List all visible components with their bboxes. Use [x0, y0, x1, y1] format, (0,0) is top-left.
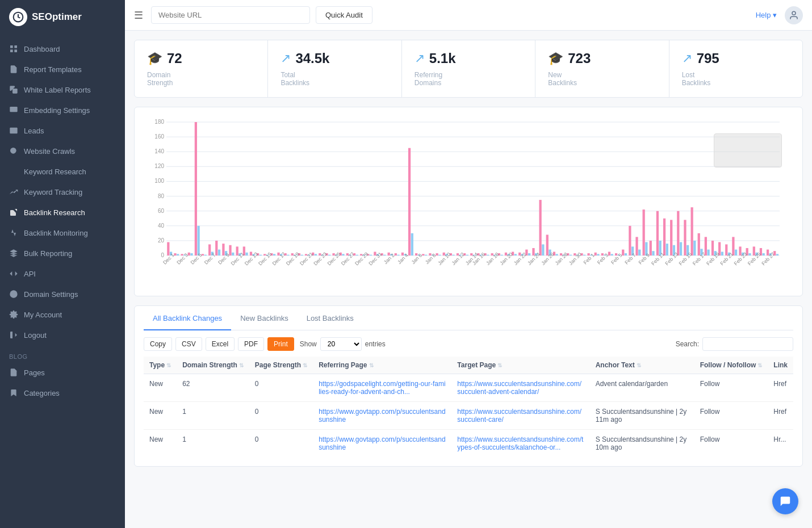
sidebar-item-keyword-tracking[interactable]: Keyword Tracking: [0, 182, 125, 202]
cell-page-strength: 0: [249, 430, 313, 458]
print-button[interactable]: Print: [267, 337, 294, 351]
sidebar-item-dashboard[interactable]: Dashboard: [0, 39, 125, 59]
sidebar-item-label: Categories: [24, 389, 60, 397]
cell-referring-page: https://www.govtapp.com/p/succulentsands…: [313, 402, 451, 430]
sidebar-item-keyword-research[interactable]: Keyword Research: [0, 161, 125, 182]
col-domain-strength: Domain Strength⇅: [177, 357, 249, 374]
table-body: New 62 0 https://godspacelight.com/getti…: [144, 374, 793, 458]
tab-all-backlink-changes[interactable]: All Backlink Changes: [144, 306, 231, 330]
quick-audit-button[interactable]: Quick Audit: [316, 6, 372, 24]
mail-icon: [9, 126, 18, 135]
cell-type: New: [144, 374, 177, 402]
sidebar-item-report-templates[interactable]: Report Templates: [0, 59, 125, 79]
content-area: 🎓 72 DomainStrength ↗ 34.5k TotalBacklin…: [125, 31, 812, 528]
col-referring-page: Referring Page⇅: [313, 357, 451, 374]
external-link-icon-4: ↗: [682, 51, 692, 66]
tab-new-backlinks[interactable]: New Backlinks: [231, 306, 298, 330]
cell-page-strength: 0: [249, 374, 313, 402]
cell-follow: Follow: [694, 374, 768, 402]
bar-chart-icon: [9, 167, 18, 176]
sidebar-item-my-account[interactable]: My Account: [0, 304, 125, 325]
chat-icon: [779, 495, 792, 508]
grid-icon: [9, 44, 18, 53]
cell-type: New: [144, 402, 177, 430]
table-header-row: Type⇅ Domain Strength⇅ Page Strength⇅ Re…: [144, 357, 793, 374]
monitor-icon: [9, 106, 18, 115]
bookmark-icon: [9, 388, 18, 397]
logo[interactable]: SEOptimer: [0, 0, 125, 34]
chat-fab[interactable]: [772, 488, 798, 514]
sidebar-item-bulk-reporting[interactable]: Bulk Reporting: [0, 243, 125, 263]
referring-page-link[interactable]: https://godspacelight.com/getting-our-fa…: [319, 380, 445, 396]
referring-page-link[interactable]: https://www.govtapp.com/p/succulentsands…: [319, 408, 445, 424]
trending-up-icon: [9, 187, 18, 196]
copy-button[interactable]: Copy: [144, 337, 172, 351]
sidebar-nav: Dashboard Report Templates White Label R…: [0, 34, 125, 528]
blog-section-label: Blog: [0, 345, 125, 362]
target-page-link[interactable]: https://www.succulentsandsunshine.com/su…: [457, 380, 581, 396]
csv-button[interactable]: CSV: [175, 337, 202, 351]
file-icon: [9, 65, 18, 74]
cell-anchor-text: S Succulentsandsunshine | 2y 10m ago: [590, 430, 694, 458]
stat-value: 34.5k: [295, 51, 329, 66]
referring-page-link[interactable]: https://www.govtapp.com/p/succulentsands…: [319, 435, 445, 451]
sidebar-item-api[interactable]: API: [0, 263, 125, 284]
help-link[interactable]: Help ▾: [756, 11, 777, 19]
sidebar-item-domain-settings[interactable]: Domain Settings: [0, 284, 125, 304]
sidebar-item-label: Backlink Monitoring: [24, 229, 88, 237]
pdf-button[interactable]: PDF: [238, 337, 264, 351]
table-controls: Copy CSV Excel PDF Print Show 20 50 100 …: [144, 337, 793, 351]
stat-value: 795: [697, 51, 719, 66]
url-input[interactable]: [151, 6, 310, 24]
sidebar-item-label: Backlink Research: [24, 208, 85, 217]
cell-anchor-text: S Succulentsandsunshine | 2y 11m ago: [590, 402, 694, 430]
svg-rect-3: [10, 49, 13, 52]
svg-rect-6: [10, 107, 17, 112]
sidebar-item-label: Logout: [24, 331, 47, 340]
sidebar-item-categories[interactable]: Categories: [0, 383, 125, 403]
user-avatar[interactable]: [785, 6, 803, 24]
activity-icon: [9, 228, 18, 237]
entries-label: entries: [365, 340, 386, 348]
sidebar-item-leads[interactable]: Leads: [0, 120, 125, 141]
stat-label: NewBacklinks: [548, 71, 656, 87]
col-anchor-text: Anchor Text⇅: [590, 357, 694, 374]
sidebar-item-label: Leads: [24, 127, 44, 135]
excel-button[interactable]: Excel: [206, 337, 235, 351]
table-row: New 62 0 https://godspacelight.com/getti…: [144, 374, 793, 402]
sidebar-item-backlink-monitoring[interactable]: Backlink Monitoring: [0, 223, 125, 243]
tab-lost-backlinks[interactable]: Lost Backlinks: [298, 306, 363, 330]
sidebar-item-label: White Label Reports: [24, 86, 91, 94]
stat-domain-strength: 🎓 72 DomainStrength: [135, 40, 268, 97]
stat-label: LostBacklinks: [682, 71, 790, 87]
sidebar-item-label: My Account: [24, 311, 62, 319]
entries-select[interactable]: 20 50 100: [320, 337, 362, 351]
target-page-link[interactable]: https://www.succulentsandsunshine.com/su…: [457, 408, 581, 424]
stat-value: 723: [568, 51, 591, 66]
settings-icon: [9, 310, 18, 319]
sidebar-item-pages[interactable]: Pages: [0, 362, 125, 383]
target-page-link[interactable]: https://www.succulentsandsunshine.com/ty…: [457, 435, 583, 451]
cell-follow: Follow: [694, 402, 768, 430]
search-input[interactable]: [702, 337, 793, 351]
sidebar-item-label: Keyword Research: [24, 167, 86, 176]
sidebar-item-embedding[interactable]: Embedding Settings: [0, 100, 125, 120]
logo-icon: [9, 8, 27, 26]
cell-target-page: https://www.succulentsandsunshine.com/ty…: [451, 430, 589, 458]
hamburger-button[interactable]: ☰: [134, 9, 143, 22]
cell-page-strength: 0: [249, 402, 313, 430]
sidebar-item-backlink-research[interactable]: Backlink Research: [0, 202, 125, 223]
svg-rect-4: [14, 49, 17, 52]
external-link-icon: [9, 208, 18, 217]
sidebar-item-label: Keyword Tracking: [24, 188, 82, 196]
table-row: New 1 0 https://www.govtapp.com/p/succul…: [144, 430, 793, 458]
stat-label: TotalBacklinks: [281, 71, 388, 87]
sidebar-item-white-label[interactable]: White Label Reports: [0, 79, 125, 100]
sidebar-item-website-crawls[interactable]: Website Crawls: [0, 141, 125, 161]
sidebar-item-label: Website Crawls: [24, 147, 75, 156]
cell-link: Hr...: [768, 430, 793, 458]
col-type: Type⇅: [144, 357, 177, 374]
cell-referring-page: https://godspacelight.com/getting-our-fa…: [313, 374, 451, 402]
col-target-page: Target Page⇅: [451, 357, 589, 374]
sidebar-item-logout[interactable]: Logout: [0, 325, 125, 345]
